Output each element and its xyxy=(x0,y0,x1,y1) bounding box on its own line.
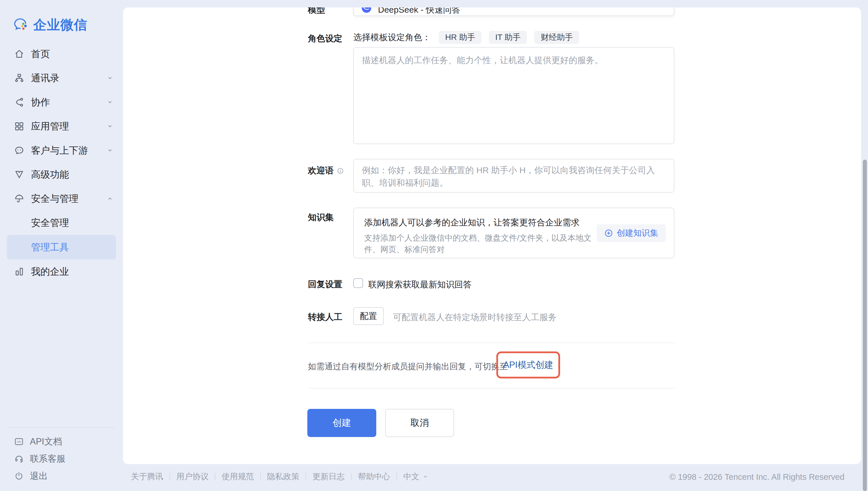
sidebar-item-home[interactable]: 首页 xyxy=(0,42,123,66)
sidebar: 企业微信 首页 通讯录 协作 xyxy=(0,0,123,491)
footer-separator xyxy=(396,473,397,480)
chat-bubble-icon xyxy=(14,145,25,156)
sidebar-item-label: 安全与管理 xyxy=(31,192,79,205)
create-knowledge-label: 创建知识集 xyxy=(617,227,658,239)
info-icon[interactable] xyxy=(337,167,344,175)
api-switch-text: 如需通过自有模型分析成员提问并输出回复，可切换至 xyxy=(308,361,508,372)
wecom-logo-icon xyxy=(13,17,29,33)
sidebar-item-contacts[interactable]: 通讯录 xyxy=(0,66,123,90)
sidebar-item-security-mgmt[interactable]: 安全管理 xyxy=(0,211,123,235)
sidebar-item-label: 退出 xyxy=(30,470,48,482)
web-search-checkbox-label[interactable]: 联网搜索获取最新知识回答 xyxy=(368,279,472,291)
sidebar-item-api-docs[interactable]: API API文档 xyxy=(0,433,123,450)
template-chip-it[interactable]: IT 助手 xyxy=(489,31,527,44)
create-button[interactable]: 创建 xyxy=(307,409,376,437)
sidebar-item-mgmt-tools[interactable]: 管理工具 xyxy=(7,235,116,260)
api-mode-link[interactable]: API模式创建 xyxy=(503,359,553,371)
knowledge-label: 知识集 xyxy=(308,212,334,223)
role-template-row: 选择模板设定角色： HR 助手 IT 助手 财经助手 xyxy=(353,31,586,44)
headset-icon xyxy=(14,454,24,464)
sidebar-item-security[interactable]: 安全与管理 xyxy=(0,186,123,211)
divider xyxy=(308,388,675,388)
home-icon xyxy=(14,49,25,59)
footer-link-privacy[interactable]: 隐私政策 xyxy=(267,471,299,482)
footer-separator xyxy=(215,473,215,480)
knowledge-title: 添加机器人可以参考的企业知识，让答案更符合企业需求 xyxy=(364,217,580,229)
sidebar-item-label: 安全管理 xyxy=(31,216,69,229)
cancel-button[interactable]: 取消 xyxy=(385,409,454,437)
company-buildings-icon xyxy=(14,266,25,277)
power-icon xyxy=(14,471,24,481)
api-mode-annotation-box: API模式创建 xyxy=(496,351,560,378)
sidebar-item-logout[interactable]: 退出 xyxy=(0,467,123,485)
language-selector[interactable]: 中文 xyxy=(403,471,429,482)
sidebar-divider xyxy=(8,427,115,428)
vertical-scrollbar-thumb[interactable] xyxy=(863,160,867,491)
collaboration-icon xyxy=(14,97,25,108)
sidebar-footer: API API文档 联系客服 退出 xyxy=(0,433,123,485)
knowledge-desc: 支持添加个人企业微信中的文档、微盘文件/文件夹，以及本地文件、网页、标准问答对 xyxy=(364,232,597,255)
knowledge-box: 添加机器人可以参考的企业知识，让答案更符合企业需求 支持添加个人企业微信中的文档… xyxy=(353,208,674,258)
api-doc-icon: API xyxy=(14,436,24,447)
sidebar-item-label: API文档 xyxy=(30,436,62,447)
copyright-text: © 1998 - 2026 Tencent Inc. All Rights Re… xyxy=(669,472,844,482)
umbrella-icon xyxy=(14,193,25,204)
sidebar-item-advanced[interactable]: 高级功能 xyxy=(0,163,123,186)
footer-separator xyxy=(306,473,306,480)
sidebar-item-my-company[interactable]: 我的企业 xyxy=(0,260,123,284)
sidebar-item-label: 协作 xyxy=(31,96,50,109)
chevron-down-icon xyxy=(422,473,429,480)
role-label: 角色设定 xyxy=(308,33,342,45)
reply-settings-label: 回复设置 xyxy=(308,279,342,290)
sidebar-item-label: 我的企业 xyxy=(31,265,69,278)
welcome-label-row: 欢迎语 xyxy=(308,165,344,177)
footer-link-user-agreement[interactable]: 用户协议 xyxy=(176,471,208,482)
sidebar-item-support[interactable]: 联系客服 xyxy=(0,450,123,467)
create-knowledge-button[interactable]: 创建知识集 xyxy=(597,224,666,242)
sidebar-item-collaboration[interactable]: 协作 xyxy=(0,90,123,114)
apps-grid-icon xyxy=(14,121,25,132)
template-chip-hr[interactable]: HR 助手 xyxy=(439,31,482,44)
sidebar-item-label: 高级功能 xyxy=(31,168,69,181)
model-value: DeepSeek - 快速问答 xyxy=(378,7,460,16)
handoff-label: 转接人工 xyxy=(308,311,342,323)
divider xyxy=(308,343,675,343)
sidebar-item-label: 管理工具 xyxy=(31,241,69,254)
role-description-textarea[interactable] xyxy=(353,47,674,144)
svg-text:API: API xyxy=(17,440,21,443)
footer-link-help-center[interactable]: 帮助中心 xyxy=(358,471,390,482)
footer-link-changelog[interactable]: 更新日志 xyxy=(313,471,345,482)
role-hint: 选择模板设定角色： xyxy=(353,32,431,44)
sidebar-item-apps[interactable]: 应用管理 xyxy=(0,114,123,138)
footer-separator xyxy=(260,473,261,480)
sidebar-item-label: 通讯录 xyxy=(31,72,59,85)
template-chip-finance[interactable]: 财经助手 xyxy=(534,31,579,44)
app-logo[interactable]: 企业微信 xyxy=(13,16,87,34)
chevron-up-icon xyxy=(106,194,114,203)
handoff-config-button[interactable]: 配置 xyxy=(353,307,384,325)
chevron-down-icon xyxy=(106,74,114,82)
footer-link-about[interactable]: 关于腾讯 xyxy=(131,471,163,482)
model-select[interactable]: DeepSeek - 快速问答 xyxy=(353,7,674,16)
sidebar-item-label: 首页 xyxy=(31,48,50,61)
model-label: 模型 xyxy=(308,7,325,16)
app-title: 企业微信 xyxy=(33,16,87,34)
sidebar-item-label: 客户与上下游 xyxy=(31,144,88,157)
chevron-down-icon xyxy=(106,122,114,131)
welcome-message-textarea[interactable] xyxy=(353,159,674,193)
sidebar-item-customers[interactable]: 客户与上下游 xyxy=(0,138,123,163)
sidebar-nav: 首页 通讯录 协作 应用管理 xyxy=(0,42,123,284)
deepseek-icon xyxy=(361,7,372,13)
footer-link-usage-policy[interactable]: 使用规范 xyxy=(222,471,254,482)
page-footer: 关于腾讯 用户协议 使用规范 隐私政策 更新日志 帮助中心 中文 xyxy=(131,470,429,483)
web-search-checkbox[interactable] xyxy=(353,278,363,288)
footer-separator xyxy=(351,473,352,480)
main-card: 模型 DeepSeek - 快速问答 角色设定 选择模板设定角色： HR 助手 … xyxy=(123,7,861,464)
plus-circle-icon xyxy=(604,229,613,238)
welcome-label: 欢迎语 xyxy=(308,165,334,177)
language-label: 中文 xyxy=(403,471,419,482)
chevron-down-icon xyxy=(106,146,114,155)
footer-separator xyxy=(170,473,170,480)
contacts-icon xyxy=(14,73,25,84)
chevron-down-icon xyxy=(106,98,114,107)
